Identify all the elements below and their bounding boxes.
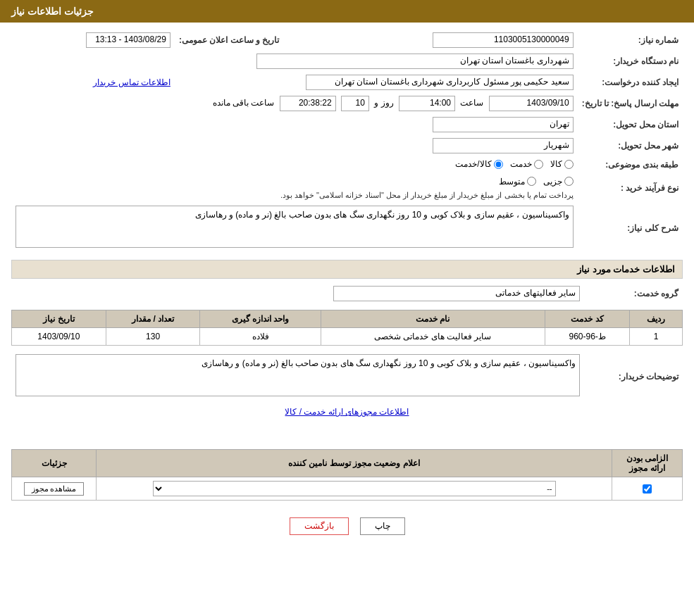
creator-value: سعید حکیمی پور مسئول کاربرداری شهرداری ب… — [175, 72, 578, 93]
buyer-org-row: نام دستگاه خریدار: شهرداری باغستان استان… — [11, 51, 683, 72]
permit-status-select[interactable]: -- — [153, 481, 556, 496]
cell-service-name: سایر فعالیت های خدماتی شخصی — [321, 328, 545, 346]
deadline-value: 1403/09/10 ساعت 14:00 روز و 10 20:38:22 … — [11, 93, 578, 114]
col-quantity: تعداد / مقدار — [106, 310, 200, 328]
page-content: شماره نیاز: 1103005130000049 تاریخ و ساع… — [0, 23, 694, 553]
creator-link-cell: اطلاعات تماس خریدار — [11, 72, 175, 93]
deadline-date-display: 1403/09/10 — [489, 96, 574, 111]
remaining-label: ساعت باقی مانده — [213, 98, 275, 108]
view-permit-button[interactable]: مشاهده مجوز — [24, 482, 85, 496]
process-jozii-radio[interactable] — [564, 177, 574, 186]
cell-permit-required — [612, 477, 683, 501]
col-unit: واحد اندازه گیری — [200, 310, 321, 328]
need-desc-label: شرح کلی نیاز: — [578, 203, 683, 253]
service-group-table: گروه خدمت: سایر فعالیتهای خدماتی — [11, 283, 683, 304]
back-button[interactable]: بازگشت — [290, 517, 349, 535]
services-section-title: اطلاعات خدمات مورد نیاز — [11, 260, 683, 279]
page-wrapper: جزئیات اطلاعات نیاز شماره نیاز: 11030051… — [0, 0, 694, 616]
buyer-org-display: شهرداری باغستان استان تهران — [256, 54, 574, 69]
cell-permit-action: مشاهده مجوز — [12, 477, 97, 501]
category-khedmat-label: خدمت — [510, 159, 532, 169]
process-label: نوع فرآیند خرید : — [578, 174, 683, 203]
buyer-desc-value: واکسیناسیون ، عقیم سازی و بلاک کوبی و 10… — [11, 351, 584, 401]
services-data-table: ردیف کد خدمت نام خدمت واحد اندازه گیری ت… — [11, 310, 683, 346]
page-title: جزئیات اطلاعات نیاز — [11, 6, 94, 17]
day-label: روز و — [374, 98, 393, 108]
services-header-row: ردیف کد خدمت نام خدمت واحد اندازه گیری ت… — [12, 310, 683, 328]
category-kala-label: کالا — [550, 159, 562, 169]
buyer-desc-row: توضیحات خریدار: واکسیناسیون ، عقیم سازی … — [11, 351, 683, 401]
col-need-date: تاریخ نیاز — [12, 310, 106, 328]
category-khedmat-radio[interactable] — [534, 160, 543, 169]
category-options: کالا خدمت کالا/خدمت — [11, 156, 578, 174]
need-desc-textarea[interactable]: واکسیناسیون ، عقیم سازی و بلاک کوبی و 10… — [16, 206, 574, 248]
category-row: طبقه بندی موضوعی: کالا خدمت کالا/خدمت — [11, 156, 683, 174]
province-row: استان محل تحویل: تهران — [11, 114, 683, 135]
process-mutavasit[interactable]: متوسط — [499, 177, 536, 187]
cell-quantity: 130 — [106, 328, 200, 346]
col-row-num: ردیف — [630, 310, 683, 328]
creator-row: ایجاد کننده درخواست: سعید حکیمی پور مسئو… — [11, 72, 683, 93]
permits-header-row: الزامی بودن ارائه مجوز اعلام وضعیت مجوز … — [12, 450, 683, 477]
process-radio-group: جزیی متوسط — [499, 177, 574, 187]
col-service-name: نام خدمت — [321, 310, 545, 328]
creator-label: ایجاد کننده درخواست: — [578, 72, 683, 93]
province-value: تهران — [11, 114, 578, 135]
cell-unit: فلاده — [200, 328, 321, 346]
city-row: شهر محل تحویل: شهریار — [11, 135, 683, 156]
cell-row-num: 1 — [630, 328, 683, 346]
need-desc-value: واکسیناسیون ، عقیم سازی و بلاک کوبی و 10… — [11, 203, 578, 253]
deadline-remaining-display: 20:38:22 — [280, 96, 336, 111]
service-group-row: گروه خدمت: سایر فعالیتهای خدماتی — [11, 283, 683, 304]
basic-info-table: شماره نیاز: 1103005130000049 تاریخ و ساع… — [11, 30, 683, 253]
creator-contact-link[interactable]: اطلاعات تماس خریدار — [93, 77, 171, 87]
print-button[interactable]: چاپ — [360, 517, 405, 535]
col-service-code: کد خدمت — [545, 310, 629, 328]
need-desc-row: شرح کلی نیاز: واکسیناسیون ، عقیم سازی و … — [11, 203, 683, 253]
buyer-desc-textarea[interactable]: واکسیناسیون ، عقیم سازی و بلاک کوبی و 10… — [16, 354, 580, 396]
cell-need-date: 1403/09/10 — [12, 328, 106, 346]
announce-date-value: 1403/08/29 - 13:13 — [11, 30, 175, 51]
col-permit-status: اعلام وضعیت مجوز توسط نامین کننده — [97, 450, 612, 477]
service-group-value: سایر فعالیتهای خدماتی — [11, 283, 584, 304]
permit-required-checkbox[interactable] — [643, 484, 652, 494]
category-kala-khedmat-radio[interactable] — [494, 160, 503, 169]
category-kala-khedmat-label: کالا/خدمت — [455, 159, 491, 169]
category-radio-group: کالا خدمت کالا/خدمت — [455, 159, 573, 169]
category-khedmat[interactable]: خدمت — [510, 159, 543, 169]
announce-date-display: 1403/08/29 - 13:13 — [86, 32, 171, 48]
category-label: طبقه بندی موضوعی: — [578, 156, 683, 174]
announce-date-label: تاریخ و ساعت اعلان عمومی: — [175, 30, 283, 51]
city-value: شهریار — [11, 135, 578, 156]
process-jozii-label: جزیی — [543, 177, 562, 187]
deadline-time-display: 14:00 — [399, 96, 455, 111]
category-kala-khedmat[interactable]: کالا/خدمت — [455, 159, 502, 169]
permits-table: الزامی بودن ارائه مجوز اعلام وضعیت مجوز … — [11, 449, 683, 501]
process-mutavasit-label: متوسط — [499, 177, 525, 187]
process-mutavasit-radio[interactable] — [527, 177, 536, 186]
permits-info-link[interactable]: اطلاعات مجوزهای ارائه خدمت / کالا — [11, 407, 683, 417]
service-group-display: سایر فعالیتهای خدماتی — [333, 286, 580, 301]
category-kala[interactable]: کالا — [550, 159, 574, 169]
buyer-org-value: شهرداری باغستان استان تهران — [11, 51, 578, 72]
action-buttons: چاپ بازگشت — [11, 506, 683, 546]
deadline-days-display: 10 — [341, 96, 369, 111]
need-number-value: 1103005130000049 — [283, 30, 577, 51]
cell-permit-status: -- — [97, 477, 612, 501]
time-label: ساعت — [460, 98, 483, 108]
buyer-desc-table: توضیحات خریدار: واکسیناسیون ، عقیم سازی … — [11, 351, 683, 401]
service-group-label: گروه خدمت: — [584, 283, 683, 304]
creator-display: سعید حکیمی پور مسئول کاربرداری شهرداری ب… — [306, 75, 574, 90]
process-row: نوع فرآیند خرید : جزیی متوسط پرداخت تمام… — [11, 174, 683, 203]
process-options: جزیی متوسط پرداخت تمام یا بخشی از مبلغ خ… — [11, 174, 578, 203]
col-permit-required: الزامی بودن ارائه مجوز — [612, 450, 683, 477]
deadline-label: مهلت ارسال پاسخ: تا تاریخ: — [578, 93, 683, 114]
need-number-row: شماره نیاز: 1103005130000049 تاریخ و ساع… — [11, 30, 683, 51]
province-display: تهران — [433, 117, 574, 132]
category-kala-radio[interactable] — [564, 160, 574, 169]
col-permit-details: جزئیات — [12, 450, 97, 477]
city-label: شهر محل تحویل: — [578, 135, 683, 156]
page-header: جزئیات اطلاعات نیاز — [0, 0, 694, 23]
process-jozii[interactable]: جزیی — [543, 177, 574, 187]
process-note: پرداخت تمام یا بخشی از مبلغ خریدار از مب… — [16, 191, 574, 200]
